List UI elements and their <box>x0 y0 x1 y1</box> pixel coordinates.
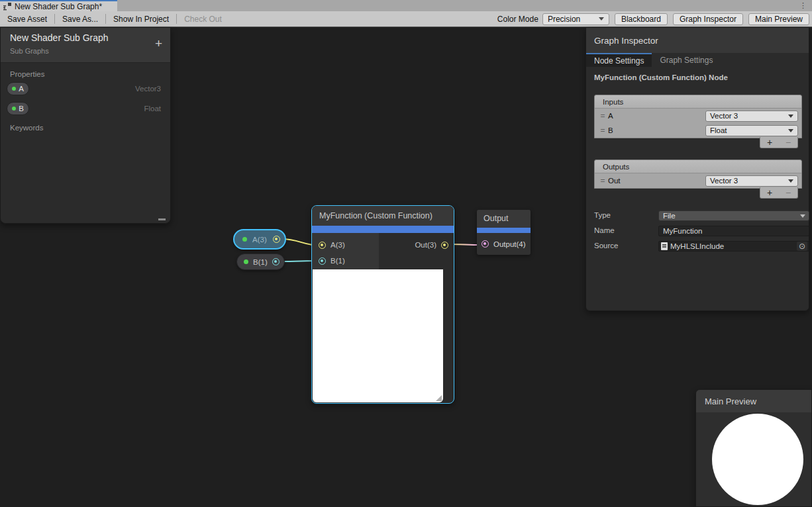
node-preview-surface <box>313 269 443 402</box>
add-output-button[interactable]: + <box>767 188 772 197</box>
properties-section-label: Properties <box>1 70 170 78</box>
keywords-section-label: Keywords <box>1 124 170 132</box>
add-input-button[interactable]: + <box>767 138 772 147</box>
blackboard-title: New Shader Sub Graph <box>10 32 170 43</box>
input-port-row-a: A(3) <box>312 237 379 253</box>
input-port-b[interactable] <box>319 257 326 265</box>
tab-overflow-menu-icon[interactable]: ⋮ <box>799 0 807 11</box>
main-preview-toggle-button[interactable]: Main Preview <box>748 13 809 25</box>
save-asset-button[interactable]: Save Asset <box>0 11 54 26</box>
type-label: Type <box>594 211 611 219</box>
graph-inspector-panel: Graph Inspector Node Settings Graph Sett… <box>585 28 809 311</box>
blackboard-resize-handle[interactable] <box>158 218 166 220</box>
preview-resize-grip[interactable] <box>436 395 442 401</box>
drag-handle-icon[interactable]: = <box>597 111 608 120</box>
type-field-row: Type File <box>594 210 802 221</box>
tab-strip: New Shader Sub Graph* ⋮ <box>0 0 812 11</box>
check-out-button[interactable]: Check Out <box>177 11 229 26</box>
tab-node-settings[interactable]: Node Settings <box>586 53 652 67</box>
node-output-column: Out(3) <box>379 233 454 269</box>
output-node[interactable]: Output Output(4) <box>477 210 531 255</box>
tab-new-shader-sub-graph[interactable]: New Shader Sub Graph* <box>0 0 117 11</box>
inputs-row-b[interactable]: = B Float <box>595 123 801 138</box>
remove-input-button[interactable]: − <box>786 138 791 147</box>
source-field-row: Source MyHLSLInclude ⊙ <box>594 241 802 252</box>
property-type-label: Vector3 <box>135 85 161 93</box>
chevron-down-icon <box>599 17 604 21</box>
input-name: B <box>608 126 613 134</box>
property-node-b[interactable]: B(1) <box>236 254 285 270</box>
node-title: Output <box>477 210 531 228</box>
node-title: MyFunction (Custom Function) <box>312 206 454 226</box>
blackboard-header: New Shader Sub Graph Sub Graphs + <box>1 28 170 63</box>
toolbar-right-group: Color Mode Precision Blackboard Graph In… <box>497 11 809 26</box>
outputs-list: Outputs = Out Vector 3 <box>594 160 802 189</box>
file-asset-icon <box>661 242 668 250</box>
preview-sphere <box>712 414 803 505</box>
graph-inspector-header: Graph Inspector <box>586 28 809 53</box>
source-object-field[interactable]: MyHLSLInclude ⊙ <box>658 241 809 252</box>
outputs-list-header: Outputs <box>595 160 801 173</box>
output-name: Out <box>608 177 621 185</box>
outputs-row-out[interactable]: = Out Vector 3 <box>595 173 801 188</box>
chevron-down-icon <box>788 179 793 183</box>
node-body: A(3) B(1) Out(3) <box>312 233 454 269</box>
blackboard-property-row[interactable]: B Float <box>1 99 170 118</box>
input-port-label: B(1) <box>330 257 345 265</box>
property-b-output-port[interactable] <box>272 258 279 265</box>
property-pill-b[interactable]: B <box>7 102 29 115</box>
input-b-type-dropdown[interactable]: Float <box>705 125 798 136</box>
drag-handle-icon[interactable]: = <box>597 126 608 135</box>
color-mode-label: Color Mode <box>497 15 538 24</box>
node-settings-heading: MyFunction (Custom Function) Node <box>594 73 809 81</box>
input-port-a[interactable] <box>319 242 326 249</box>
output-node-input-port[interactable] <box>482 240 489 248</box>
property-node-a[interactable]: A(3) <box>233 229 286 250</box>
property-pill-a[interactable]: A <box>7 82 29 95</box>
exposed-property-dot-icon <box>12 107 16 111</box>
inputs-row-a[interactable]: = A Vector 3 <box>595 109 801 123</box>
shader-graph-window: New Shader Sub Graph* ⋮ Save Asset Save … <box>0 0 812 507</box>
exposed-property-dot-icon <box>242 237 247 242</box>
blackboard-subtitle: Sub Graphs <box>10 47 170 55</box>
custom-function-node[interactable]: MyFunction (Custom Function) A(3) B(1) O… <box>311 205 454 404</box>
node-body: Output(4) <box>477 233 531 255</box>
input-port-label: A(3) <box>330 241 345 249</box>
property-name: A <box>19 85 24 93</box>
name-input[interactable]: MyFunction <box>658 226 809 236</box>
type-value: File <box>663 212 676 220</box>
blackboard-toggle-button[interactable]: Blackboard <box>615 13 668 25</box>
output-node-port-label: Output(4) <box>493 240 526 248</box>
color-mode-dropdown[interactable]: Precision <box>542 13 609 25</box>
chevron-down-icon <box>788 129 793 132</box>
output-port-out[interactable] <box>441 242 448 249</box>
drag-handle-icon[interactable]: = <box>597 176 608 185</box>
exposed-property-dot-icon <box>12 87 16 91</box>
graph-inspector-toggle-button[interactable]: Graph Inspector <box>673 13 743 25</box>
exposed-property-dot-icon <box>244 259 248 264</box>
inputs-list-footer: + − <box>760 137 798 148</box>
property-name: B <box>19 105 24 113</box>
output-type-value: Vector 3 <box>710 177 738 185</box>
add-property-button[interactable]: + <box>155 37 162 50</box>
outputs-list-footer: + − <box>760 187 798 199</box>
input-a-type-dropdown[interactable]: Vector 3 <box>705 111 798 122</box>
main-preview-header[interactable]: Main Preview <box>696 390 811 412</box>
property-node-label: B(1) <box>253 258 268 266</box>
toolbar: Save Asset Save As... Show In Project Ch… <box>0 11 812 27</box>
tab-graph-settings[interactable]: Graph Settings <box>652 53 721 67</box>
output-type-dropdown[interactable]: Vector 3 <box>705 175 798 187</box>
blackboard-property-row[interactable]: A Vector3 <box>1 79 170 98</box>
property-a-output-port[interactable] <box>273 236 280 243</box>
show-in-project-button[interactable]: Show In Project <box>106 11 176 26</box>
name-value: MyFunction <box>663 227 702 235</box>
source-value: MyHLSLInclude <box>670 242 724 250</box>
object-picker-icon[interactable]: ⊙ <box>797 242 807 251</box>
save-as-button[interactable]: Save As... <box>55 11 105 26</box>
input-b-type-value: Float <box>710 126 727 134</box>
type-dropdown[interactable]: File <box>658 210 809 221</box>
remove-output-button[interactable]: − <box>786 188 791 197</box>
name-label: Name <box>594 226 615 234</box>
input-a-type-value: Vector 3 <box>710 112 738 120</box>
graph-inspector-title: Graph Inspector <box>594 36 658 46</box>
